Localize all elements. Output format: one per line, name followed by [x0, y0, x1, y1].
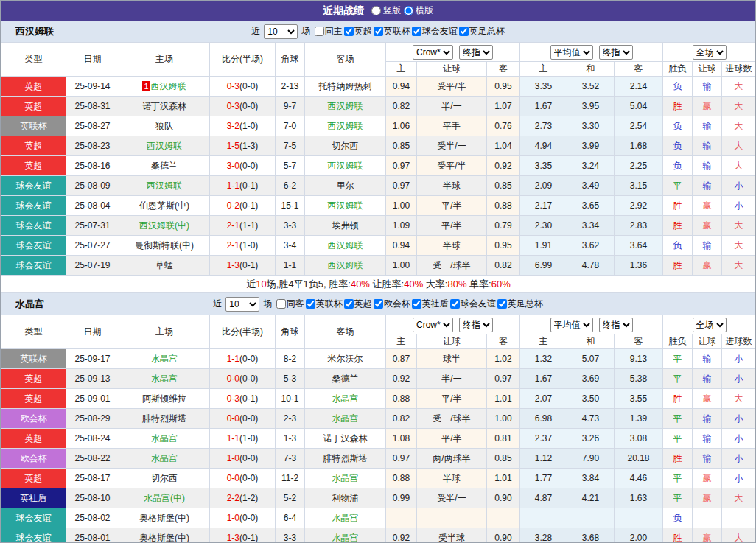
home-team-name[interactable]: 切尔西	[151, 473, 178, 483]
league-checkbox[interactable]	[344, 27, 354, 36]
home-team-name[interactable]: 水晶宫	[151, 374, 178, 384]
away-team-name[interactable]: 西汉姆联	[328, 121, 363, 131]
average-select[interactable]: 平均值	[550, 45, 593, 60]
cell-result-2: 大	[722, 236, 756, 256]
games-label: 场	[263, 298, 274, 310]
cell-average-2: 2.14	[615, 77, 663, 97]
cell-result-0: 胜	[663, 196, 693, 216]
odds-stage-select[interactable]: 终指	[459, 318, 493, 332]
home-team-name[interactable]: 阿斯顿维拉	[142, 393, 186, 404]
home-team-name[interactable]: 奥格斯堡(中)	[139, 533, 189, 543]
away-team-name[interactable]: 托特纳姆热刺	[319, 81, 372, 91]
vertical-radio[interactable]	[371, 6, 381, 15]
home-team-name[interactable]: 曼彻斯特联(中)	[135, 240, 194, 251]
home-team-name[interactable]: 西汉姆联	[147, 141, 182, 151]
same-venue-checkbox[interactable]	[276, 299, 286, 309]
away-team-name[interactable]: 切尔西	[332, 141, 359, 151]
away-team-name[interactable]: 水晶宫	[332, 393, 359, 404]
cell-score: 0-3(0-1)	[210, 389, 276, 409]
cell-date: 25-09-13	[66, 369, 119, 389]
average-select[interactable]: 平均值	[550, 318, 593, 332]
company-select[interactable]: Crow*	[413, 318, 453, 332]
home-team-name[interactable]: 伯恩茅斯(中)	[139, 200, 189, 211]
home-team-name[interactable]: 西汉姆联	[151, 81, 186, 91]
away-team-name[interactable]: 诺丁汉森林	[323, 433, 368, 444]
away-team-name[interactable]: 里尔	[337, 181, 354, 191]
match-count-select[interactable]: 10	[264, 24, 298, 39]
cell-odds-1: 平手	[417, 116, 487, 136]
away-team-name[interactable]: 桑德兰	[332, 374, 359, 384]
away-team-name[interactable]: 西汉姆联	[328, 161, 363, 171]
home-team-name[interactable]: 诺丁汉森林	[142, 101, 186, 111]
match-row: 球会友谊25-07-19草蜢1-3(0-1)1-1西汉姆联1.00受一/球半0.…	[1, 256, 756, 276]
away-team-name[interactable]: 米尔沃尔	[328, 354, 363, 364]
home-team-name[interactable]: 西汉姆联(中)	[139, 220, 189, 231]
home-team-name[interactable]: 草蜢	[155, 260, 173, 270]
match-count-select[interactable]: 10	[225, 297, 259, 312]
cell-score: 1-5(1-3)	[210, 136, 276, 156]
league-checkbox[interactable]	[459, 27, 469, 36]
cell-average-1: 3.30	[567, 116, 615, 136]
scope-select[interactable]: 全场	[693, 318, 727, 332]
halftime-score: (0-0)	[239, 513, 258, 523]
company-select[interactable]: Crow*	[413, 45, 453, 60]
cell-date: 25-08-23	[66, 136, 119, 156]
away-team-name[interactable]: 水晶宫	[332, 513, 359, 523]
cell-league-type: 英超	[1, 469, 66, 488]
cell-home-team: 曼彻斯特联(中)	[119, 236, 210, 256]
away-team-name[interactable]: 西汉姆联	[328, 200, 363, 211]
summary-segment: 近	[246, 278, 256, 290]
league-checkbox[interactable]	[412, 299, 421, 309]
home-team-name[interactable]: 西汉姆联	[147, 181, 182, 191]
away-team-name[interactable]: 西汉姆联	[328, 101, 363, 111]
home-team-name[interactable]: 桑德兰	[151, 161, 178, 171]
home-team-name[interactable]: 奥格斯堡(中)	[139, 513, 189, 523]
cell-average-0: 1.32	[520, 349, 567, 369]
home-team-name[interactable]: 水晶宫	[151, 354, 178, 364]
home-team-name[interactable]: 腓特烈斯塔	[142, 413, 186, 424]
cell-home-team: 西汉姆联	[119, 176, 210, 196]
league-checkbox[interactable]	[374, 27, 383, 36]
league-filter-option: 英足总杯	[459, 25, 505, 38]
away-team-name[interactable]: 水晶宫	[332, 473, 359, 483]
fulltime-score: 0-3	[227, 81, 239, 91]
league-checkbox[interactable]	[412, 27, 421, 36]
match-row: 英超25-08-17切尔西0-0(0-0)11-2水晶宫0.88半球1.011.…	[1, 469, 756, 488]
cell-corners: 3-3	[276, 528, 305, 543]
cell-result-1: 赢	[693, 488, 722, 508]
cell-score: 0-0(0-0)	[210, 369, 276, 389]
scope-select[interactable]: 全场	[693, 45, 727, 60]
home-team-name[interactable]: 水晶宫	[151, 433, 178, 444]
horizontal-radio[interactable]	[404, 6, 413, 15]
away-team-name[interactable]: 埃弗顿	[332, 220, 359, 231]
league-checkbox[interactable]	[344, 299, 354, 309]
league-checkbox[interactable]	[497, 299, 507, 309]
away-team-name[interactable]: 西汉姆联	[328, 260, 363, 270]
league-checkbox[interactable]	[450, 299, 460, 309]
summary-segment: 10	[256, 278, 266, 290]
home-team-name[interactable]: 水晶宫	[151, 453, 178, 463]
home-team-name[interactable]: 水晶宫(中)	[144, 493, 185, 503]
fulltime-score: 1-5	[227, 141, 239, 151]
home-team-name[interactable]: 狼队	[155, 121, 173, 131]
away-team-name[interactable]: 西汉姆联	[328, 240, 363, 251]
cell-result-2: 大	[722, 97, 756, 116]
away-team-name[interactable]: 腓特烈斯塔	[323, 453, 368, 463]
cell-odds-0: 0.94	[386, 77, 417, 97]
cell-result-0: 胜	[663, 528, 693, 543]
odds-stage-select[interactable]: 终指	[459, 45, 493, 60]
league-checkbox[interactable]	[374, 299, 383, 309]
league-checkbox[interactable]	[306, 299, 315, 309]
cell-league-type: 英超	[1, 369, 66, 389]
cell-result-2: 小	[722, 369, 756, 389]
cell-result-2: 大	[722, 156, 756, 176]
league-filter-option: 英联杯	[374, 25, 410, 38]
same-venue-checkbox[interactable]	[315, 27, 324, 36]
average-stage-select[interactable]: 终指	[599, 45, 633, 60]
cell-odds-0: 0.97	[386, 156, 417, 176]
away-team-name[interactable]: 水晶宫	[332, 533, 359, 543]
away-team-name[interactable]: 水晶宫	[332, 413, 359, 424]
away-team-name[interactable]: 利物浦	[332, 493, 359, 503]
average-stage-select[interactable]: 终指	[599, 318, 633, 332]
column-header-3: 比分(半场)	[210, 43, 276, 77]
